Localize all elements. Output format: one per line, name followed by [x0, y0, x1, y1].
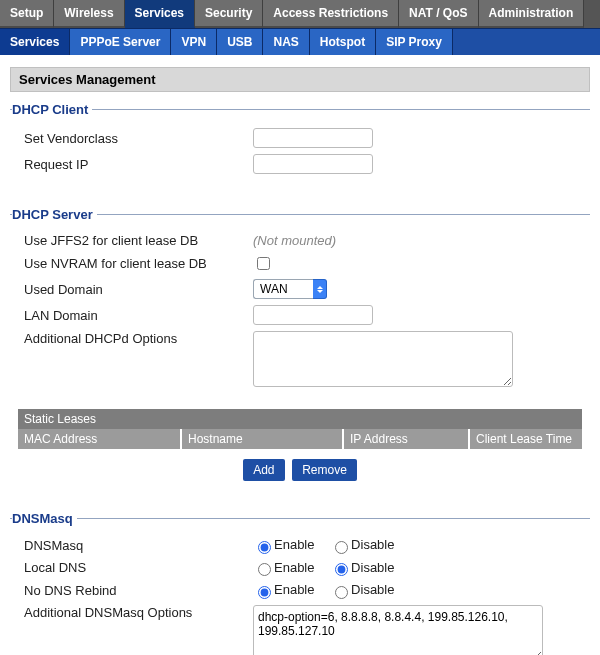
- label-dhcpd-options: Additional DHCPd Options: [18, 331, 253, 346]
- subtab-nas[interactable]: NAS: [263, 29, 309, 55]
- label-vendorclass: Set Vendorclass: [18, 131, 253, 146]
- subtab-sip-proxy[interactable]: SIP Proxy: [376, 29, 453, 55]
- subtab-vpn[interactable]: VPN: [171, 29, 217, 55]
- add-button[interactable]: Add: [243, 459, 284, 481]
- label-dnsmasq: DNSMasq: [18, 538, 253, 553]
- static-leases-title: Static Leases: [18, 409, 582, 429]
- section-dhcp-server: DHCP Server Use JFFS2 for client lease D…: [10, 207, 590, 493]
- input-lan-domain[interactable]: [253, 305, 373, 325]
- textarea-dhcpd-options[interactable]: [253, 331, 513, 387]
- static-leases-table: Static Leases MAC Address Hostname IP Ad…: [18, 409, 582, 449]
- legend-dhcp-server: DHCP Server: [12, 207, 97, 222]
- note-not-mounted: (Not mounted): [253, 233, 582, 248]
- chevron-updown-icon: [313, 279, 327, 299]
- radio-dnsmasq-disable-wrap[interactable]: Disable: [330, 537, 394, 552]
- legend-dnsmasq: DNSMasq: [12, 511, 77, 526]
- top-nav: Setup Wireless Services Security Access …: [0, 0, 600, 28]
- radio-localdns-enable[interactable]: [258, 563, 271, 576]
- input-request-ip[interactable]: [253, 154, 373, 174]
- select-used-domain[interactable]: WAN: [253, 279, 327, 299]
- select-used-domain-value: WAN: [253, 279, 313, 299]
- radio-dnsmasq-enable-wrap[interactable]: Enable: [253, 537, 314, 552]
- label-used-domain: Used Domain: [18, 282, 253, 297]
- tab-setup[interactable]: Setup: [0, 0, 54, 28]
- label-dnsmasq-options: Additional DNSMasq Options: [18, 605, 253, 620]
- content-area: Services Management DHCP Client Set Vend…: [0, 55, 600, 655]
- tab-security[interactable]: Security: [195, 0, 263, 28]
- radio-disable-text: Disable: [351, 537, 394, 552]
- radio-disable-text: Disable: [351, 560, 394, 575]
- col-hostname: Hostname: [182, 429, 344, 449]
- sub-nav: Services PPPoE Server VPN USB NAS Hotspo…: [0, 28, 600, 55]
- tab-access-restrictions[interactable]: Access Restrictions: [263, 0, 399, 28]
- section-dnsmasq: DNSMasq DNSMasq Enable Disable Local DNS…: [10, 511, 590, 655]
- tab-services[interactable]: Services: [125, 0, 195, 28]
- col-mac-address: MAC Address: [18, 429, 182, 449]
- legend-dhcp-client: DHCP Client: [12, 102, 92, 117]
- subtab-services[interactable]: Services: [0, 29, 70, 55]
- radio-enable-text: Enable: [274, 537, 314, 552]
- radio-disable-text: Disable: [351, 582, 394, 597]
- label-no-dns-rebind: No DNS Rebind: [18, 583, 253, 598]
- radio-dnsmasq-disable[interactable]: [335, 541, 348, 554]
- radio-norebind-disable-wrap[interactable]: Disable: [330, 582, 394, 597]
- radio-localdns-enable-wrap[interactable]: Enable: [253, 560, 314, 575]
- label-local-dns: Local DNS: [18, 560, 253, 575]
- radio-localdns-disable-wrap[interactable]: Disable: [330, 560, 394, 575]
- subtab-pppoe-server[interactable]: PPPoE Server: [70, 29, 171, 55]
- static-leases-header: MAC Address Hostname IP Address Client L…: [18, 429, 582, 449]
- panel-title: Services Management: [10, 67, 590, 92]
- remove-button[interactable]: Remove: [292, 459, 357, 481]
- section-dhcp-client: DHCP Client Set Vendorclass Request IP: [10, 102, 590, 189]
- subtab-hotspot[interactable]: Hotspot: [310, 29, 376, 55]
- tab-nat-qos[interactable]: NAT / QoS: [399, 0, 478, 28]
- label-request-ip: Request IP: [18, 157, 253, 172]
- radio-enable-text: Enable: [274, 582, 314, 597]
- subtab-usb[interactable]: USB: [217, 29, 263, 55]
- radio-norebind-disable[interactable]: [335, 586, 348, 599]
- radio-localdns-disable[interactable]: [335, 563, 348, 576]
- radio-norebind-enable[interactable]: [258, 586, 271, 599]
- checkbox-nvram[interactable]: [257, 257, 270, 270]
- label-nvram: Use NVRAM for client lease DB: [18, 256, 253, 271]
- radio-dnsmasq-enable[interactable]: [258, 541, 271, 554]
- col-ip-address: IP Address: [344, 429, 470, 449]
- label-lan-domain: LAN Domain: [18, 308, 253, 323]
- radio-enable-text: Enable: [274, 560, 314, 575]
- tab-administration[interactable]: Administration: [479, 0, 585, 28]
- radio-norebind-enable-wrap[interactable]: Enable: [253, 582, 314, 597]
- col-lease-time: Client Lease Time: [470, 429, 582, 449]
- textarea-dnsmasq-options[interactable]: [253, 605, 543, 655]
- input-vendorclass[interactable]: [253, 128, 373, 148]
- tab-wireless[interactable]: Wireless: [54, 0, 124, 28]
- label-jffs2: Use JFFS2 for client lease DB: [18, 233, 253, 248]
